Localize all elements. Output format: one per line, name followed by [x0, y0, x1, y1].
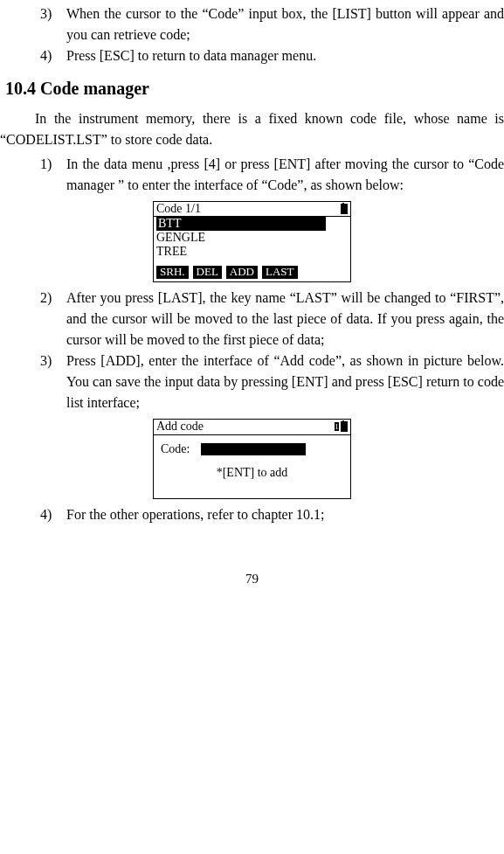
code-row[interactable]: GENGLE: [156, 231, 348, 245]
list-number: 4): [40, 504, 66, 525]
input-row: Code:: [161, 442, 343, 457]
screen-title: Code 1/1: [156, 202, 201, 216]
list-text: In the data menu ,press [4] or press [EN…: [66, 154, 504, 196]
list-text: For the other operations, refer to chapt…: [66, 504, 504, 525]
battery-icon: [341, 421, 348, 432]
manual-page: 3) When the cursor to the “Code” input b…: [0, 0, 504, 614]
softkey-last[interactable]: LAST: [262, 266, 298, 279]
screen-titlebar: Code 1/1: [154, 202, 350, 217]
code-label: Code:: [161, 442, 201, 457]
device-screen-code-list: Code 1/1 BTT GENGLE TREE SRH. DEL ADD LA…: [153, 201, 351, 282]
page-number: 79: [0, 569, 504, 589]
list-text: Press [ADD], enter the interface of “Add…: [66, 351, 504, 413]
intro-text: In the instrument memory, there is a fix…: [0, 108, 504, 150]
screen-body: BTT GENGLE TREE: [154, 217, 350, 266]
mode-icon: 1: [335, 422, 339, 431]
softkey-del[interactable]: DEL: [193, 266, 222, 279]
code-row[interactable]: TREE: [156, 245, 348, 259]
pre-list-item-4: 4) Press [ESC] to return to data manager…: [40, 45, 504, 66]
list-item-2: 2) After you press [LAST], the key name …: [40, 288, 504, 351]
list-item-3: 3) Press [ADD], enter the interface of “…: [40, 351, 504, 413]
softkey-srh[interactable]: SRH.: [156, 266, 189, 279]
hint-text: *[ENT] to add: [161, 466, 343, 481]
list-number: 3): [40, 3, 66, 45]
code-input[interactable]: [201, 443, 306, 455]
list-text: After you press [LAST], the key name “LA…: [66, 288, 504, 351]
list-number: 1): [40, 154, 66, 196]
screen-body: Code: *[ENT] to add: [154, 435, 350, 498]
list-item-1: 1) In the data menu ,press [4] or press …: [40, 154, 504, 196]
list-number: 2): [40, 288, 66, 351]
softkey-add[interactable]: ADD: [226, 266, 258, 279]
device-screen-add-code: Add code 1 Code: *[ENT] to add: [153, 419, 351, 499]
section-heading: 10.4 Code manager: [5, 75, 504, 101]
list-text: When the cursor to the “Code” input box,…: [66, 3, 504, 45]
softkey-bar: SRH. DEL ADD LAST: [154, 266, 350, 281]
list-item-4: 4) For the other operations, refer to ch…: [40, 504, 504, 525]
code-row-selected[interactable]: BTT: [156, 217, 326, 231]
screen-title: Add code: [156, 420, 204, 434]
status-icons: 1: [335, 421, 348, 432]
list-number: 4): [40, 45, 66, 66]
pre-list-item-3: 3) When the cursor to the “Code” input b…: [40, 3, 504, 45]
battery-icon: [341, 204, 348, 214]
list-number: 3): [40, 351, 66, 413]
list-text: Press [ESC] to return to data manager me…: [66, 45, 504, 66]
screen-titlebar: Add code 1: [154, 420, 350, 435]
intro-paragraph: In the instrument memory, there is a fix…: [0, 108, 504, 150]
